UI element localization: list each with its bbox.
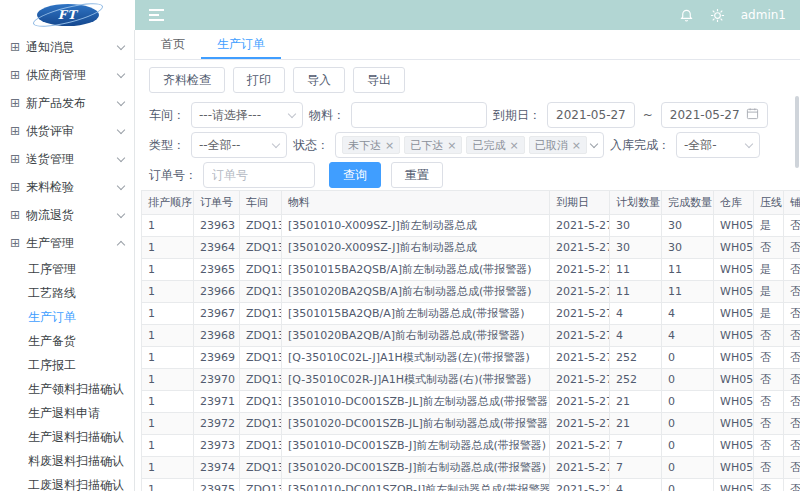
sidebar-subitem[interactable]: 工艺路线 — [0, 281, 134, 305]
status-multiselect[interactable]: 未下达×已下达×已完成×已取消× — [335, 132, 604, 158]
cell: ZDQ13 — [240, 479, 282, 491]
column-header: 完成数量 — [662, 191, 714, 215]
top-bar-main: admin1 — [135, 0, 800, 30]
sidebar-subitem[interactable]: 生产备货 — [0, 329, 134, 353]
cell: WH05 — [714, 391, 754, 413]
table-row[interactable]: 123973ZDQ13[3501010-DC001SZB-J]前左制动器总成(带… — [142, 435, 800, 457]
status-tag: 已下达× — [404, 136, 462, 154]
sidebar-subitem[interactable]: 料废退料扫描确认 — [0, 449, 134, 473]
sidebar-item[interactable]: ⊞生产管理 — [0, 229, 134, 257]
cell: 23973 — [194, 435, 240, 457]
type-select-value: --全部-- — [199, 137, 240, 154]
sidebar-item[interactable]: ⊞供应商管理 — [0, 61, 134, 89]
chevron-down-icon — [272, 139, 280, 147]
table-header-row: 排产顺序订单号车间物料到期日计划数量完成数量仓库压线铺线 — [142, 191, 800, 215]
cell: 23965 — [194, 259, 240, 281]
sidebar-subitem[interactable]: 工废退料扫描确认 — [0, 473, 134, 491]
sidebar-item[interactable]: ⊞通知消息 — [0, 33, 134, 61]
table-row[interactable]: 123975ZDQ13[3501010-DC001SZQB-J]前左制动器总成(… — [142, 479, 800, 491]
table-row[interactable]: 123970ZDQ13[Q-35010C02R-J]A1H模式制动器(右)(带报… — [142, 369, 800, 391]
cell: 252 — [610, 369, 662, 391]
cell: 1 — [142, 237, 194, 259]
cell: 30 — [662, 215, 714, 237]
order-no-input[interactable] — [203, 162, 315, 188]
status-tag-label: 已取消 — [535, 138, 568, 153]
cell: 23975 — [194, 479, 240, 491]
table-row[interactable]: 123963ZDQ13[3501010-X009SZ-J]前左制动器总成2021… — [142, 215, 800, 237]
cell: 23967 — [194, 303, 240, 325]
sidebar-subitem[interactable]: 生产退料申请 — [0, 401, 134, 425]
sidebar-item[interactable]: ⊞新产品发布 — [0, 89, 134, 117]
reset-button[interactable]: 重置 — [391, 162, 443, 188]
sidebar-subitem[interactable]: 生产订单 — [0, 305, 134, 329]
sidebar-item[interactable]: ⊞来料检验 — [0, 173, 134, 201]
sidebar-subitem[interactable]: 生产领料扫描确认 — [0, 377, 134, 401]
tag-close-icon[interactable]: × — [385, 140, 394, 151]
status-tag-label: 已完成 — [472, 138, 505, 153]
collapse-menu-icon[interactable] — [149, 8, 165, 22]
cell: 否 — [754, 347, 784, 369]
company-logo: FT — [37, 4, 99, 26]
toolbar-button[interactable]: 齐料检查 — [149, 67, 225, 93]
sidebar-item[interactable]: ⊞物流退货 — [0, 201, 134, 229]
toolbar-button[interactable]: 导出 — [353, 67, 405, 93]
tag-close-icon[interactable]: × — [572, 140, 581, 151]
sidebar-item-label: 新产品发布 — [26, 95, 118, 112]
cell: 11 — [610, 281, 662, 303]
table-row[interactable]: 123964ZDQ13[3501020-X009SZ-J]前右制动器总成2021… — [142, 237, 800, 259]
table-row[interactable]: 123967ZDQ13[3501015BA2QB/A]前左制动器总成(带报警器)… — [142, 303, 800, 325]
settings-gear-icon[interactable] — [710, 8, 725, 23]
cell: 是 — [754, 303, 784, 325]
table-row[interactable]: 123965ZDQ13[3501015BA2QSB/A]前左制动器总成(带报警器… — [142, 259, 800, 281]
sidebar-item[interactable]: ⊞供货评审 — [0, 117, 134, 145]
cell: ZDQ13 — [240, 325, 282, 347]
toolbar-button[interactable]: 导入 — [293, 67, 345, 93]
cell: 2021-5-27 — [550, 325, 610, 347]
inbound-complete-select[interactable]: -全部- — [676, 132, 760, 158]
sidebar-item-label: 来料检验 — [26, 179, 118, 196]
cell: 2021-5-27 — [550, 479, 610, 491]
cell: 1 — [142, 259, 194, 281]
due-date-from[interactable]: 2021-05-27 — [547, 102, 635, 128]
sidebar-subitem[interactable]: 生产退料扫描确认 — [0, 425, 134, 449]
column-header: 到期日 — [550, 191, 610, 215]
vertical-scrollbar[interactable] — [795, 96, 799, 168]
cell: 4 — [610, 479, 662, 491]
tag-close-icon[interactable]: × — [509, 140, 518, 151]
notifications-bell-icon[interactable] — [679, 8, 694, 23]
sidebar-subitem[interactable]: 工序管理 — [0, 257, 134, 281]
material-input[interactable] — [351, 102, 487, 128]
cell: 23966 — [194, 281, 240, 303]
table-row[interactable]: 123966ZDQ13[3501020BA2QSB/A]前右制动器总成(带报警器… — [142, 281, 800, 303]
chevron-down-icon — [745, 139, 753, 147]
table-row[interactable]: 123971ZDQ13[3501010-DC001SZB-JL]前左制动器总成(… — [142, 391, 800, 413]
cell: 2021-5-27 — [550, 457, 610, 479]
table-row[interactable]: 123968ZDQ13[3501020BA2QB/A]前右制动器总成(带报警器)… — [142, 325, 800, 347]
cell: [3501010-X009SZ-J]前左制动器总成 — [282, 215, 550, 237]
cell: ZDQ13 — [240, 303, 282, 325]
table-row[interactable]: 123969ZDQ13[Q-35010C02L-J]A1H模式制动器(左)(带报… — [142, 347, 800, 369]
orders-table: 排产顺序订单号车间物料到期日计划数量完成数量仓库压线铺线 123963ZDQ13… — [141, 190, 800, 491]
cell: [3501020-DC001SZB-JL]前右制动器总成(带报警器)(老气室) — [282, 413, 550, 435]
cell: 否 — [784, 435, 800, 457]
cell: WH05 — [714, 479, 754, 491]
current-user[interactable]: admin1 — [741, 8, 786, 22]
sidebar-subitem[interactable]: 工序报工 — [0, 353, 134, 377]
tag-close-icon[interactable]: × — [447, 140, 456, 151]
due-date-to[interactable]: 2021-05-27 — [661, 102, 768, 128]
cell: 1 — [142, 369, 194, 391]
tab[interactable]: 首页 — [145, 30, 201, 59]
tab[interactable]: 生产订单 — [201, 30, 281, 59]
workshop-select[interactable]: ---请选择--- — [191, 102, 303, 128]
logo-text: FT — [58, 8, 77, 22]
chevron-down-icon — [117, 70, 125, 78]
toolbar-button[interactable]: 打印 — [233, 67, 285, 93]
type-select[interactable]: --全部-- — [191, 132, 287, 158]
query-button[interactable]: 查询 — [329, 162, 381, 188]
sidebar-item[interactable]: ⊞送货管理 — [0, 145, 134, 173]
cell: 4 — [610, 303, 662, 325]
table-row[interactable]: 123974ZDQ13[3501020-DC001SZB-J]前右制动器总成(带… — [142, 457, 800, 479]
table-row[interactable]: 123972ZDQ13[3501020-DC001SZB-JL]前右制动器总成(… — [142, 413, 800, 435]
status-label: 状态： — [293, 137, 329, 154]
cell: 否 — [784, 215, 800, 237]
